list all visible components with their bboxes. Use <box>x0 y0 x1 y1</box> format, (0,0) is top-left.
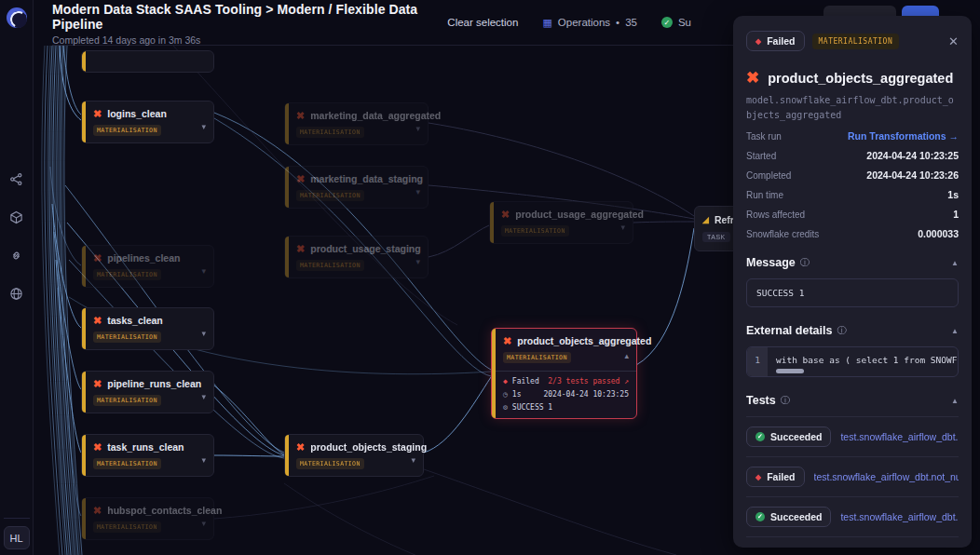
materialisation-badge: MATERIALISATION <box>296 127 364 138</box>
dbt-icon: ✖ <box>296 111 305 121</box>
line-number: 1 <box>747 347 768 376</box>
tests-summary-link[interactable]: 2/3 tests passed ↗ <box>548 377 629 386</box>
page-title: Modern Data Stack SAAS Tooling > Modern … <box>52 2 447 32</box>
chevron-down-icon[interactable]: ▾ <box>201 519 206 528</box>
dag-node-product-objects-aggregated-selected[interactable]: ✖ product_objects_aggregated ▴ MATERIALI… <box>491 328 637 419</box>
message-section: Message ⓘ ▲ SUCCESS 1 <box>746 256 959 307</box>
success-check-icon: ✓ <box>755 432 765 441</box>
materialisation-badge: MATERIALISATION <box>93 125 161 136</box>
collapse-icon[interactable]: ▲ <box>951 397 959 405</box>
message-box: SUCCESS 1 <box>746 278 959 307</box>
chevron-up-icon[interactable]: ▴ <box>624 351 629 360</box>
dag-node-partial[interactable] <box>81 50 214 73</box>
dbt-icon: ✖ <box>93 506 102 516</box>
dbt-icon: ✖ <box>296 174 305 184</box>
code-line: with base as ( select 1 from SNOWFLAKE <box>776 355 958 365</box>
chevron-down-icon[interactable]: ▾ <box>201 392 206 401</box>
collapse-icon[interactable]: ▲ <box>951 259 959 267</box>
field-started: Started2024-04-24 10:23:25 <box>746 150 959 161</box>
chevron-down-icon[interactable]: ▾ <box>201 329 206 338</box>
node-duration: 1s <box>512 390 522 399</box>
test-link[interactable]: test.snowflake_airflow_dbt.unique_pro <box>840 431 959 442</box>
success-counter[interactable]: ✓ Su <box>661 17 691 28</box>
globe-icon[interactable] <box>9 287 23 301</box>
app-logo-icon[interactable] <box>7 7 27 28</box>
test-row: ◆ Failed test.snowflake_airflow_dbt.not_… <box>746 457 959 497</box>
node-status: Failed <box>512 377 539 386</box>
dag-node-product-usage-aggregated[interactable]: ✖ product_usage_aggregated ▾ MATERIALISA… <box>489 201 633 244</box>
chevron-down-icon[interactable]: ▾ <box>620 223 625 232</box>
test-row: ✓ Succeeded test.snowflake_airflow_dbt.n… <box>746 497 959 537</box>
dag-node-pipelines-clean[interactable]: ✖ pipelines_clean ▾ MATERIALISATION <box>81 245 214 288</box>
integrations-link-icon[interactable] <box>9 249 23 263</box>
chevron-down-icon[interactable]: ▾ <box>415 124 420 133</box>
field-run-time: Run time1s <box>746 189 959 200</box>
info-icon[interactable]: ⓘ <box>781 394 790 407</box>
dag-node-task-runs-clean[interactable]: ✖ task_runs_clean ▾ MATERIALISATION <box>81 434 214 477</box>
pipeline-graph-icon[interactable] <box>9 172 23 186</box>
chevron-down-icon[interactable]: ▾ <box>201 266 206 276</box>
gear-icon: ⚙ <box>503 403 508 412</box>
dag-node-marketing-data-aggregated[interactable]: ✖ marketing_data_aggregated ▾ MATERIALIS… <box>284 102 429 145</box>
dag-node-product-usage-staging[interactable]: ✖ product_usage_staging ▾ MATERIALISATIO… <box>284 236 429 278</box>
node-message: SUCCESS 1 <box>512 403 552 412</box>
dag-node-tasks-clean[interactable]: ✖ tasks_clean ▾ MATERIALISATION <box>81 307 214 350</box>
dag-node-logins-clean[interactable]: ✖ logins_clean ▾ MATERIALISATION <box>81 101 214 143</box>
sidebar: HL <box>0 0 34 555</box>
details-panel: ◆ Failed MATERIALISATION ✕ ✖ product_obj… <box>733 16 972 548</box>
field-rows-affected: Rows affected1 <box>746 209 959 220</box>
test-row: ✓ Succeeded test.snowflake_airflow_dbt.u… <box>746 417 959 457</box>
chevron-down-icon[interactable]: ▾ <box>415 257 420 266</box>
run-status-subtitle: Completed 14 days ago in 3m 36s <box>52 34 447 46</box>
info-icon[interactable]: ⓘ <box>837 324 846 337</box>
dag-node-product-objects-staging[interactable]: ✖ product_objects_staging ▾ MATERIALISAT… <box>284 434 424 477</box>
test-status-badge: ✓ Succeeded <box>746 426 831 447</box>
dag-node-pipeline-runs-clean[interactable]: ✖ pipeline_runs_clean ▾ MATERIALISATION <box>81 371 214 413</box>
panel-title: product_objects_aggregated <box>768 71 953 86</box>
clock-icon: ◷ <box>503 390 508 399</box>
dag-node-hubspot-contacts-clean[interactable]: ✖ hubspot_contacts_clean ▾ MATERIALISATI… <box>81 497 214 540</box>
node-timestamp: 2024-04-24 10:23:25 <box>543 390 629 399</box>
chevron-down-icon[interactable]: ▾ <box>411 455 415 465</box>
success-check-icon: ✓ <box>661 17 673 28</box>
user-avatar[interactable]: HL <box>4 526 30 549</box>
dbt-icon: ✖ <box>93 379 102 389</box>
close-icon[interactable]: ✕ <box>948 34 959 48</box>
node-divider <box>492 371 636 372</box>
materialisation-badge: MATERIALISATION <box>93 395 161 406</box>
failed-diamond-icon: ◆ <box>755 37 761 46</box>
code-box[interactable]: 1 with base as ( select 1 from SNOWFLAKE <box>746 346 959 377</box>
materialisation-badge: MATERIALISATION <box>296 190 364 201</box>
test-link[interactable]: test.snowflake_airflow_dbt.not_null_pr <box>840 511 959 522</box>
materialisation-badge: MATERIALISATION <box>503 352 571 363</box>
dbt-icon: ✖ <box>93 109 102 119</box>
materialisation-badge: MATERIALISATION <box>93 332 161 343</box>
materialisation-badge: MATERIALISATION <box>296 260 364 271</box>
sidebar-divider <box>4 518 30 519</box>
chevron-down-icon[interactable]: ▾ <box>201 122 206 131</box>
field-task-run: Task run Run Transformations → <box>746 130 959 142</box>
collapse-icon[interactable]: ▲ <box>951 327 959 335</box>
failed-diamond-icon: ◆ <box>755 473 761 481</box>
dbt-icon: ✖ <box>93 253 102 264</box>
materialisation-badge: MATERIALISATION <box>93 269 161 280</box>
cube-icon[interactable] <box>9 210 23 224</box>
failed-diamond-icon: ◆ <box>503 377 508 386</box>
dbt-icon: ✖ <box>296 244 305 254</box>
task-run-link[interactable]: Run Transformations → <box>848 130 959 142</box>
materialisation-badge: MATERIALISATION <box>812 34 900 49</box>
test-status-badge: ◆ Failed <box>746 467 805 487</box>
info-icon[interactable]: ⓘ <box>800 256 810 269</box>
dbt-icon: ✖ <box>746 70 759 86</box>
horizontal-scrollbar[interactable] <box>776 369 804 373</box>
dag-node-marketing-data-staging[interactable]: ✖ marketing_data_staging ▾ MATERIALISATI… <box>284 166 429 209</box>
operations-counter[interactable]: ▦ Operations • 35 <box>542 17 637 29</box>
chevron-down-icon[interactable]: ▾ <box>415 187 420 196</box>
clear-selection-button[interactable]: Clear selection <box>447 17 518 28</box>
dbt-icon: ✖ <box>93 442 102 453</box>
chevron-down-icon[interactable]: ▾ <box>201 455 206 465</box>
external-details-section: External details ⓘ ▲ 1 with base as ( se… <box>746 324 959 377</box>
dbt-icon: ✖ <box>501 210 510 220</box>
test-link[interactable]: test.snowflake_airflow_dbt.not_null_pr <box>814 471 960 482</box>
dbt-icon: ✖ <box>296 442 305 453</box>
